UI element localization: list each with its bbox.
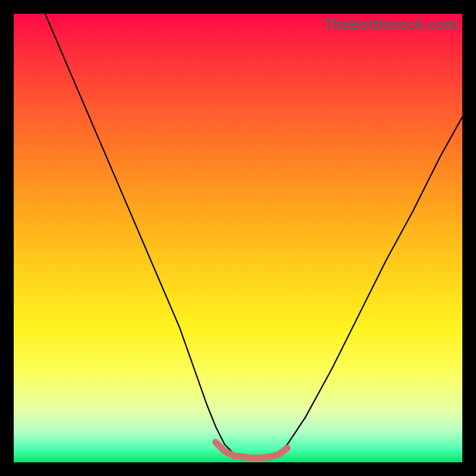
plot-area: TheBottleneck.com: [14, 14, 462, 462]
chart-svg: [14, 14, 462, 462]
main-curve: [45, 14, 462, 459]
chart-frame: TheBottleneck.com: [0, 0, 476, 476]
highlight-curve: [215, 442, 287, 458]
